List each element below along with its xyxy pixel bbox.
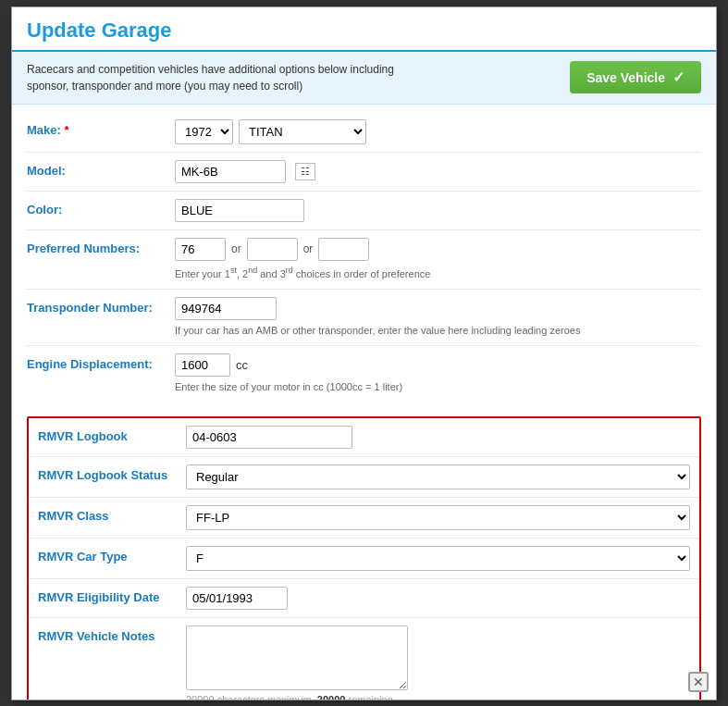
pref-num-1-input[interactable]	[175, 238, 226, 261]
color-field-content	[175, 199, 701, 222]
rmvr-car-type-label: RMVR Car Type	[38, 546, 186, 564]
char-count-hint: 20000 characters maximum, 20000 remainin…	[186, 694, 690, 699]
transponder-field-content: If your car has an AMB or other transpon…	[175, 297, 701, 338]
model-field-content: ☷	[175, 160, 701, 183]
window-header: Update Garage	[12, 7, 716, 52]
rmvr-logbook-status-row: RMVR Logbook Status Regular Provisional …	[29, 457, 699, 498]
preferred-numbers-label: Preferred Numbers:	[27, 238, 175, 255]
make-inputs: 1972 1971 1970 1973 TITAN FORMULA FORD C…	[175, 119, 701, 144]
model-inputs: ☷	[175, 160, 701, 183]
rmvr-class-label: RMVR Class	[38, 505, 186, 523]
rmvr-logbook-label: RMVR Logbook	[38, 426, 186, 443]
engine-inputs: cc	[175, 353, 701, 377]
rmvr-eligibility-content	[186, 587, 690, 610]
engine-input[interactable]	[175, 353, 230, 377]
model-label: Model:	[27, 160, 175, 178]
rmvr-notes-content: 20000 characters maximum, 20000 remainin…	[186, 625, 690, 699]
pref-num-2-input[interactable]	[247, 238, 298, 261]
rmvr-car-type-content: F S T	[186, 546, 690, 571]
model-row: Model: ☷	[27, 153, 701, 192]
rmvr-class-row: RMVR Class FF-LP FF-HP FV FC	[29, 498, 699, 539]
required-indicator: *	[64, 123, 68, 137]
info-text: Racecars and competition vehicles have a…	[27, 61, 425, 94]
make-row: Make: * 1972 1971 1970 1973 TITAN FORM	[27, 112, 701, 153]
color-input[interactable]	[175, 199, 304, 222]
rmvr-class-content: FF-LP FF-HP FV FC	[186, 505, 690, 530]
make-field-content: 1972 1971 1970 1973 TITAN FORMULA FORD C…	[175, 119, 701, 144]
or-label-2: or	[303, 242, 314, 255]
year-select[interactable]: 1972 1971 1970 1973	[175, 119, 233, 144]
rmvr-logbook-status-label: RMVR Logbook Status	[38, 464, 186, 482]
save-vehicle-button[interactable]: Save Vehicle ✓	[570, 61, 701, 93]
or-label-1: or	[231, 242, 241, 255]
engine-label: Engine Displacement:	[27, 353, 175, 371]
close-button[interactable]: ✕	[688, 672, 709, 692]
rmvr-eligibility-input[interactable]	[186, 587, 288, 610]
engine-field-content: cc Enter the size of your motor in cc (1…	[175, 353, 701, 394]
content-area[interactable]: Racecars and competition vehicles have a…	[12, 52, 716, 700]
preferred-numbers-content: or or Enter your 1st, 2nd and 3rd choice…	[175, 238, 701, 281]
rmvr-car-type-select[interactable]: F S T	[186, 546, 690, 571]
rmvr-notes-label: RMVR Vehicle Notes	[38, 625, 186, 643]
transponder-hint: If your car has an AMB or other transpon…	[175, 324, 701, 338]
rmvr-notes-textarea[interactable]	[186, 625, 408, 690]
pref-numbers-hint: Enter your 1st, 2nd and 3rd choices in o…	[175, 265, 701, 281]
transponder-label: Transponder Number:	[27, 297, 175, 315]
make-select[interactable]: TITAN FORMULA FORD CROSSLE	[239, 119, 366, 144]
rmvr-logbook-status-content: Regular Provisional Expired	[186, 464, 690, 489]
rmvr-logbook-content	[186, 426, 690, 449]
rmvr-car-type-row: RMVR Car Type F S T	[29, 539, 699, 579]
update-garage-window: Update Garage Racecars and competition v…	[11, 6, 717, 700]
color-row: Color:	[27, 192, 701, 230]
info-bar: Racecars and competition vehicles have a…	[12, 52, 716, 105]
rmvr-eligibility-row: RMVR Eligibility Date	[29, 579, 699, 618]
rmvr-logbook-status-select[interactable]: Regular Provisional Expired	[186, 464, 690, 489]
rmvr-class-select[interactable]: FF-LP FF-HP FV FC	[186, 505, 690, 530]
preferred-numbers-row: Preferred Numbers: or or Enter your 1st,…	[27, 230, 701, 290]
rmvr-logbook-input[interactable]	[186, 426, 352, 449]
rmvr-section: RMVR Logbook RMVR Logbook Status Regular…	[27, 416, 701, 699]
preferred-numbers-inputs: or or	[175, 238, 701, 261]
page-title: Update Garage	[27, 19, 172, 42]
transponder-row: Transponder Number: If your car has an A…	[27, 290, 701, 346]
make-label: Make: *	[27, 119, 175, 137]
rmvr-eligibility-label: RMVR Eligibility Date	[38, 587, 186, 604]
model-input[interactable]	[175, 160, 286, 183]
close-icon: ✕	[693, 675, 704, 689]
color-label: Color:	[27, 199, 175, 217]
form-section: Make: * 1972 1971 1970 1973 TITAN FORM	[12, 105, 716, 410]
checkmark-icon: ✓	[672, 68, 685, 86]
engine-hint: Enter the size of your motor in cc (1000…	[175, 380, 701, 394]
pref-num-3-input[interactable]	[318, 238, 369, 261]
cc-unit-label: cc	[236, 358, 248, 372]
rmvr-notes-row: RMVR Vehicle Notes 20000 characters maxi…	[29, 618, 699, 699]
model-lookup-icon[interactable]: ☷	[295, 163, 315, 180]
engine-row: Engine Displacement: cc Enter the size o…	[27, 346, 701, 402]
transponder-input[interactable]	[175, 297, 277, 320]
rmvr-logbook-row: RMVR Logbook	[29, 418, 699, 457]
